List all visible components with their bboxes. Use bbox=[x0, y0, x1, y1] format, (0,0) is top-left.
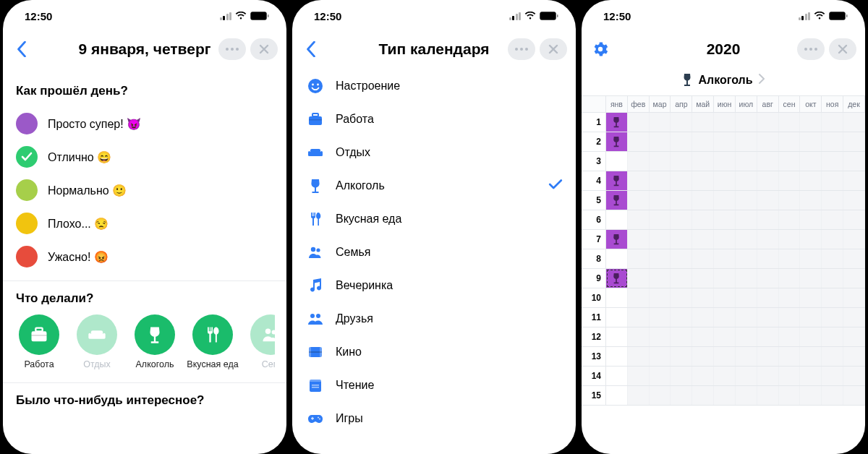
grid-cell[interactable] bbox=[822, 269, 843, 288]
grid-cell[interactable] bbox=[736, 249, 757, 268]
category-row[interactable]: Друзья bbox=[304, 302, 564, 335]
grid-cell[interactable] bbox=[671, 308, 692, 327]
grid-cell[interactable] bbox=[671, 113, 692, 132]
grid-cell[interactable] bbox=[779, 191, 801, 210]
grid-cell[interactable] bbox=[757, 230, 779, 249]
grid-cell[interactable] bbox=[843, 171, 865, 190]
grid-cell[interactable] bbox=[736, 308, 757, 327]
mood-option[interactable]: Просто супер! 😈 bbox=[14, 107, 275, 140]
grid-cell[interactable] bbox=[800, 269, 822, 288]
grid-cell[interactable] bbox=[606, 249, 628, 268]
grid-cell[interactable] bbox=[606, 113, 628, 132]
grid-cell[interactable] bbox=[822, 191, 843, 210]
grid-cell[interactable] bbox=[628, 347, 650, 366]
filter-button[interactable]: Алкоголь bbox=[582, 67, 865, 95]
grid-cell[interactable] bbox=[692, 386, 714, 405]
grid-cell[interactable] bbox=[606, 171, 628, 190]
activity-item[interactable]: Алкоголь bbox=[130, 314, 179, 369]
grid-cell[interactable] bbox=[671, 269, 692, 288]
grid-cell[interactable] bbox=[779, 210, 801, 229]
grid-cell[interactable] bbox=[822, 152, 843, 171]
more-button[interactable] bbox=[508, 38, 535, 60]
grid-cell[interactable] bbox=[736, 210, 757, 229]
grid-cell[interactable] bbox=[736, 288, 757, 307]
grid-cell[interactable] bbox=[628, 386, 650, 405]
grid-cell[interactable] bbox=[671, 171, 692, 190]
grid-cell[interactable] bbox=[757, 269, 779, 288]
grid-cell[interactable] bbox=[650, 230, 671, 249]
grid-cell[interactable] bbox=[800, 367, 822, 385]
grid-cell[interactable] bbox=[800, 327, 822, 346]
close-button[interactable] bbox=[829, 38, 856, 60]
grid-cell[interactable] bbox=[822, 113, 843, 132]
grid-cell[interactable] bbox=[779, 113, 801, 132]
grid-cell[interactable] bbox=[671, 249, 692, 268]
grid-cell[interactable] bbox=[779, 152, 801, 171]
grid-cell[interactable] bbox=[822, 347, 843, 366]
grid-cell[interactable] bbox=[628, 327, 650, 346]
grid-cell[interactable] bbox=[779, 308, 801, 327]
grid-cell[interactable] bbox=[650, 308, 671, 327]
grid-cell[interactable] bbox=[650, 113, 671, 132]
grid-cell[interactable] bbox=[843, 347, 865, 366]
grid-cell[interactable] bbox=[757, 171, 779, 190]
grid-cell[interactable] bbox=[843, 249, 865, 268]
grid-cell[interactable] bbox=[736, 230, 757, 249]
grid-cell[interactable] bbox=[843, 132, 865, 151]
activity-item[interactable]: Отдых bbox=[72, 314, 122, 369]
category-row[interactable]: Отдых bbox=[304, 136, 564, 169]
grid-cell[interactable] bbox=[650, 288, 671, 307]
grid-cell[interactable] bbox=[671, 191, 692, 210]
grid-cell[interactable] bbox=[843, 288, 865, 307]
grid-cell[interactable] bbox=[736, 132, 757, 151]
grid-cell[interactable] bbox=[628, 230, 650, 249]
category-row[interactable]: Игры bbox=[304, 402, 564, 435]
grid-cell[interactable] bbox=[628, 308, 650, 327]
grid-cell[interactable] bbox=[650, 327, 671, 346]
grid-cell[interactable] bbox=[779, 288, 801, 307]
grid-cell[interactable] bbox=[692, 191, 714, 210]
grid-cell[interactable] bbox=[692, 210, 714, 229]
grid-cell[interactable] bbox=[800, 347, 822, 366]
activity-item[interactable]: Сем bbox=[246, 314, 275, 369]
grid-cell[interactable] bbox=[800, 132, 822, 151]
grid-cell[interactable] bbox=[628, 132, 650, 151]
grid-cell[interactable] bbox=[714, 152, 736, 171]
grid-cell[interactable] bbox=[671, 367, 692, 385]
grid-cell[interactable] bbox=[692, 308, 714, 327]
grid-cell[interactable] bbox=[736, 152, 757, 171]
grid-cell[interactable] bbox=[650, 269, 671, 288]
grid-cell[interactable] bbox=[671, 152, 692, 171]
activity-item[interactable]: Работа bbox=[14, 314, 64, 369]
grid-cell[interactable] bbox=[736, 386, 757, 405]
grid-cell[interactable] bbox=[714, 132, 736, 151]
mood-option[interactable]: Отлично 😄 bbox=[14, 140, 275, 174]
grid-cell[interactable] bbox=[843, 308, 865, 327]
grid-cell[interactable] bbox=[779, 386, 801, 405]
grid-cell[interactable] bbox=[714, 171, 736, 190]
grid-cell[interactable] bbox=[650, 191, 671, 210]
grid-cell[interactable] bbox=[628, 152, 650, 171]
settings-button[interactable] bbox=[590, 39, 610, 59]
grid-cell[interactable] bbox=[606, 230, 628, 249]
grid-cell[interactable] bbox=[628, 171, 650, 190]
grid-cell[interactable] bbox=[779, 327, 801, 346]
grid-cell[interactable] bbox=[606, 386, 628, 405]
grid-cell[interactable] bbox=[800, 386, 822, 405]
grid-cell[interactable] bbox=[822, 249, 843, 268]
grid-cell[interactable] bbox=[800, 113, 822, 132]
category-row[interactable]: Алкоголь bbox=[304, 169, 564, 202]
grid-cell[interactable] bbox=[606, 288, 628, 307]
grid-cell[interactable] bbox=[606, 210, 628, 229]
grid-cell[interactable] bbox=[714, 386, 736, 405]
activity-item[interactable]: Вкусная еда bbox=[188, 314, 237, 369]
grid-cell[interactable] bbox=[650, 347, 671, 366]
grid-cell[interactable] bbox=[628, 191, 650, 210]
grid-cell[interactable] bbox=[606, 347, 628, 366]
grid-cell[interactable] bbox=[736, 113, 757, 132]
grid-cell[interactable] bbox=[714, 230, 736, 249]
grid-cell[interactable] bbox=[822, 171, 843, 190]
grid-cell[interactable] bbox=[606, 269, 628, 288]
grid-cell[interactable] bbox=[757, 132, 779, 151]
grid-cell[interactable] bbox=[650, 249, 671, 268]
